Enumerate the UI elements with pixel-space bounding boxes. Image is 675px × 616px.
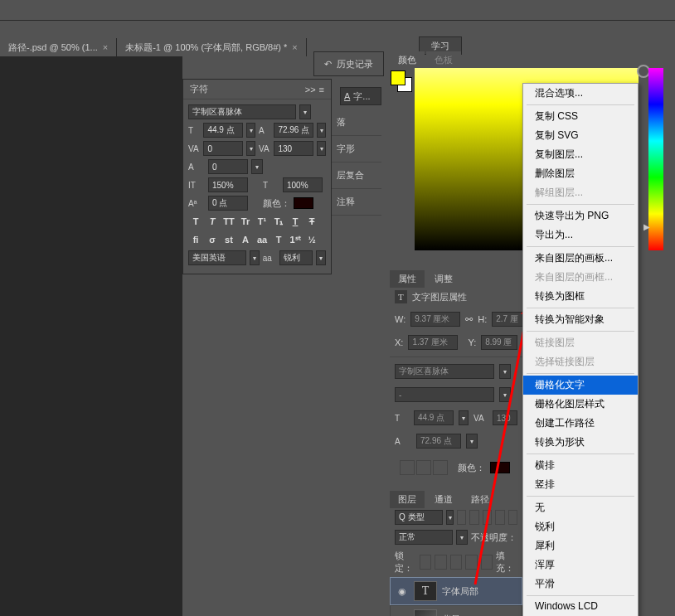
fractions-button[interactable]: ½ bbox=[304, 232, 319, 247]
dropdown-icon[interactable]: ▾ bbox=[316, 250, 326, 265]
allcaps-button[interactable]: TT bbox=[221, 214, 236, 229]
discretionary-lig-button[interactable]: st bbox=[221, 232, 236, 247]
close-icon[interactable]: × bbox=[103, 42, 108, 52]
width-input[interactable] bbox=[410, 312, 460, 327]
visibility-icon[interactable]: ◉ bbox=[396, 584, 409, 598]
foreground-background-swatches[interactable] bbox=[391, 70, 412, 92]
menu-item[interactable]: 栅格化文字 bbox=[523, 376, 638, 395]
x-input[interactable] bbox=[408, 335, 458, 350]
align-right-button[interactable] bbox=[433, 460, 448, 475]
horizontal-scale-input[interactable] bbox=[283, 177, 323, 192]
antialiasing-input[interactable] bbox=[279, 250, 313, 265]
ligature-button[interactable]: fi bbox=[188, 232, 203, 247]
layer-comp-panel-hint[interactable]: 层复合 bbox=[332, 162, 381, 189]
bold-button[interactable]: T bbox=[188, 214, 203, 229]
menu-item[interactable]: 创建工作路径 bbox=[523, 414, 638, 433]
filter-shape-button[interactable] bbox=[495, 510, 504, 525]
menu-item[interactable]: 竖排 bbox=[523, 475, 638, 494]
dropdown-icon[interactable]: ▾ bbox=[456, 530, 468, 545]
document-tab-1[interactable]: 路径-.psd @ 50% (1... × bbox=[0, 38, 117, 56]
font-family-input[interactable] bbox=[188, 104, 296, 119]
layers-tab[interactable]: 图层 bbox=[390, 491, 425, 508]
props-weight-input[interactable] bbox=[395, 387, 494, 402]
foreground-color-swatch[interactable] bbox=[391, 70, 405, 85]
dropdown-icon[interactable]: ▾ bbox=[317, 123, 326, 138]
menu-item[interactable]: 无 bbox=[523, 498, 638, 517]
superscript-button[interactable]: T¹ bbox=[255, 214, 270, 229]
dropdown-icon[interactable]: ▾ bbox=[499, 364, 511, 379]
vertical-scale-input[interactable] bbox=[208, 177, 248, 192]
menu-item[interactable]: 转换为图框 bbox=[523, 287, 638, 306]
dropdown-icon[interactable]: ▾ bbox=[251, 159, 263, 174]
strikethrough-button[interactable]: Ŧ bbox=[304, 214, 319, 229]
props-leading-input[interactable] bbox=[416, 434, 461, 449]
tracking-input[interactable] bbox=[274, 141, 313, 156]
layer-name[interactable]: 字体局部 bbox=[442, 585, 478, 598]
dropdown-icon[interactable]: ▾ bbox=[459, 410, 469, 425]
menu-item[interactable]: 栅格化图层样式 bbox=[523, 395, 638, 414]
lock-pixels-button[interactable] bbox=[435, 555, 447, 570]
ordinals-button[interactable]: 1ˢᵗ bbox=[288, 232, 303, 247]
props-tracking-input[interactable] bbox=[493, 410, 517, 425]
layer-item-background[interactable]: ◉ 背景 bbox=[390, 605, 522, 616]
tsume-input[interactable] bbox=[208, 159, 248, 174]
stylistic-alt-button[interactable]: aa bbox=[255, 232, 270, 247]
character-panel-toggle[interactable]: A 字... bbox=[340, 87, 381, 105]
lock-all-button[interactable] bbox=[481, 555, 493, 570]
contextual-alt-button[interactable]: σ bbox=[205, 232, 220, 247]
filter-pixel-button[interactable] bbox=[457, 510, 466, 525]
leading-input[interactable] bbox=[274, 123, 313, 138]
menu-item[interactable]: 导出为... bbox=[523, 226, 638, 245]
history-panel-button[interactable]: ↶ 历史记录 bbox=[313, 51, 384, 76]
expand-icon[interactable]: >> bbox=[305, 85, 316, 95]
menu-item[interactable]: 复制 SVG bbox=[523, 126, 638, 145]
color-tab[interactable]: 颜色 bbox=[390, 51, 425, 68]
channels-tab[interactable]: 通道 bbox=[426, 491, 461, 508]
menu-item[interactable]: 来自图层的画板... bbox=[523, 249, 638, 268]
canvas-area[interactable] bbox=[0, 56, 182, 616]
menu-item[interactable]: 犀利 bbox=[523, 536, 638, 555]
visibility-icon[interactable]: ◉ bbox=[396, 613, 409, 616]
hue-slider[interactable] bbox=[648, 68, 663, 250]
dropdown-icon[interactable]: ▾ bbox=[446, 510, 454, 525]
menu-item[interactable]: 混合选项... bbox=[523, 84, 638, 103]
props-color-swatch[interactable] bbox=[490, 462, 510, 473]
dropdown-icon[interactable]: ▾ bbox=[299, 104, 311, 119]
menu-item[interactable]: 平滑 bbox=[523, 575, 638, 594]
blend-mode-input[interactable] bbox=[395, 530, 453, 545]
menu-item[interactable]: 快速导出为 PNG bbox=[523, 206, 638, 226]
menu-item[interactable]: 复制 CSS bbox=[523, 107, 638, 126]
menu-item[interactable]: 浑厚 bbox=[523, 555, 638, 575]
filter-type-button[interactable] bbox=[483, 510, 492, 525]
font-size-input[interactable] bbox=[203, 123, 243, 138]
document-tab-2[interactable]: 未标题-1 @ 100% (字体局部, RGB/8#) * × bbox=[117, 38, 307, 56]
props-size-input[interactable] bbox=[414, 410, 454, 425]
baseline-shift-input[interactable] bbox=[208, 196, 248, 211]
close-icon[interactable]: × bbox=[292, 42, 297, 52]
dropdown-icon[interactable]: ▾ bbox=[246, 141, 255, 156]
kerning-input[interactable] bbox=[203, 141, 243, 156]
lock-artboard-button[interactable] bbox=[465, 555, 478, 570]
italic-button[interactable]: T bbox=[205, 214, 220, 229]
lock-position-button[interactable] bbox=[450, 555, 463, 570]
menu-item[interactable]: 复制图层... bbox=[523, 145, 638, 164]
paths-tab[interactable]: 路径 bbox=[463, 491, 498, 508]
smallcaps-button[interactable]: Tr bbox=[238, 214, 253, 229]
text-color-swatch[interactable] bbox=[294, 197, 313, 209]
notes-panel-hint[interactable]: 注释 bbox=[332, 189, 381, 216]
menu-item[interactable]: 横排 bbox=[523, 456, 638, 475]
align-left-button[interactable] bbox=[400, 460, 415, 475]
swash-button[interactable]: A bbox=[238, 232, 253, 247]
swatches-tab[interactable]: 色板 bbox=[426, 51, 461, 68]
menu-item[interactable]: 转换为智能对象 bbox=[523, 310, 638, 329]
menu-item[interactable]: 锐利 bbox=[523, 517, 638, 536]
dropdown-icon[interactable]: ▾ bbox=[317, 141, 326, 156]
dropdown-icon[interactable]: ▾ bbox=[246, 123, 255, 138]
adjustments-tab[interactable]: 调整 bbox=[426, 270, 461, 288]
titling-alt-button[interactable]: T bbox=[271, 232, 286, 247]
dropdown-icon[interactable]: ▾ bbox=[499, 387, 511, 402]
menu-item[interactable]: 转换为形状 bbox=[523, 433, 638, 452]
layer-item-text[interactable]: ◉ T 字体局部 bbox=[390, 577, 522, 605]
layer-thumbnail[interactable]: T bbox=[414, 581, 437, 601]
dropdown-icon[interactable]: ▾ bbox=[250, 250, 260, 265]
